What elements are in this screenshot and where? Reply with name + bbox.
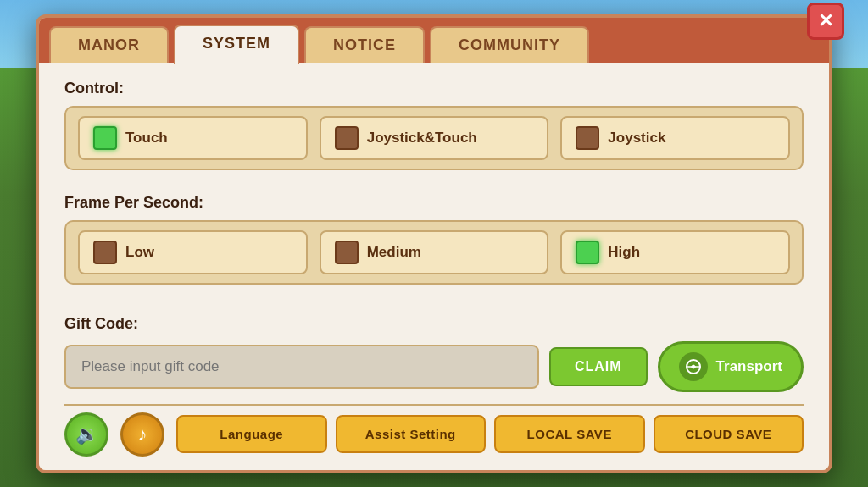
divider2: [64, 298, 804, 308]
language-button[interactable]: Language: [176, 415, 327, 453]
high-indicator: [576, 241, 599, 264]
control-touch-option[interactable]: Touch: [78, 116, 308, 160]
cloud-save-button[interactable]: CLOUD SAVE: [654, 415, 804, 453]
tab-community[interactable]: COMMUNITY: [430, 26, 589, 63]
fps-options: Low Medium High: [64, 220, 804, 285]
touch-indicator: [93, 126, 117, 150]
transport-button[interactable]: Transport: [658, 341, 804, 392]
medium-label: Medium: [367, 244, 421, 261]
low-indicator: [93, 241, 117, 264]
gift-code-section: Gift Code: CLAIM Transport: [64, 315, 804, 392]
assist-setting-button[interactable]: Assist Setting: [336, 415, 487, 453]
control-options: Touch Joystick&Touch Joystick: [64, 106, 804, 170]
fps-label: Frame Per Second:: [64, 194, 804, 212]
divider: [64, 184, 804, 194]
settings-modal: ✕ MANOR SYSTEM NOTICE COMMUNITY Control:…: [36, 14, 832, 473]
joystick-touch-label: Joystick&Touch: [367, 130, 477, 147]
local-save-button[interactable]: LOCAL SAVE: [494, 415, 645, 453]
claim-button[interactable]: CLAIM: [549, 347, 648, 386]
music-button[interactable]: ♪: [120, 412, 164, 457]
fps-high-option[interactable]: High: [560, 230, 790, 274]
gift-code-label: Gift Code:: [64, 315, 804, 333]
fps-medium-option[interactable]: Medium: [320, 230, 549, 274]
gift-row: CLAIM Transport: [64, 341, 804, 392]
high-label: High: [608, 244, 640, 261]
control-label: Control:: [64, 80, 804, 97]
modal-body: Control: Touch Joystick&Touch Joystick F…: [39, 63, 829, 470]
tab-bar: MANOR SYSTEM NOTICE COMMUNITY: [39, 18, 829, 63]
modal-overlay: ✕ MANOR SYSTEM NOTICE COMMUNITY Control:…: [0, 0, 868, 487]
joystick-touch-indicator: [335, 126, 359, 150]
control-joystick-touch-option[interactable]: Joystick&Touch: [320, 116, 549, 160]
tab-manor[interactable]: MANOR: [49, 26, 169, 63]
bottom-actions: Language Assist Setting LOCAL SAVE CLOUD…: [176, 415, 804, 453]
fps-low-option[interactable]: Low: [78, 230, 308, 274]
sfx-button[interactable]: 🔉: [64, 412, 108, 457]
joystick-indicator: [576, 126, 599, 150]
control-joystick-option[interactable]: Joystick: [560, 116, 790, 160]
transport-icon: [679, 352, 708, 381]
touch-label: Touch: [125, 130, 168, 147]
tab-system[interactable]: SYSTEM: [174, 25, 299, 64]
bottom-bar: 🔉 ♪ Language Assist Setting LOCAL SAVE C…: [64, 404, 804, 457]
low-label: Low: [125, 244, 154, 261]
joystick-label: Joystick: [608, 130, 665, 147]
close-button[interactable]: ✕: [807, 3, 844, 40]
transport-label: Transport: [716, 358, 782, 375]
medium-indicator: [335, 241, 359, 264]
gift-code-input[interactable]: [64, 345, 539, 389]
tab-notice[interactable]: NOTICE: [304, 26, 425, 63]
